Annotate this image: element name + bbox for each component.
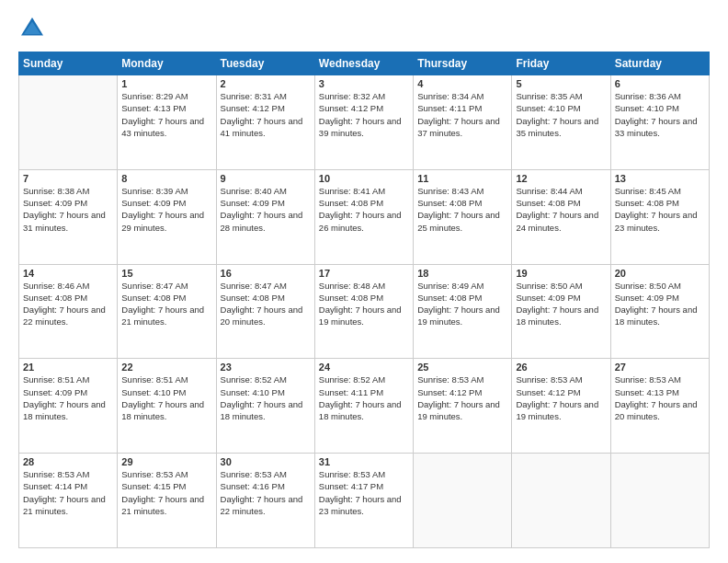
sunset-text: Sunset: 4:08 PM bbox=[221, 293, 285, 303]
day-number: 28 bbox=[23, 456, 113, 467]
day-cell bbox=[19, 75, 118, 170]
day-cell: 15Sunrise: 8:47 AMSunset: 4:08 PMDayligh… bbox=[118, 264, 216, 359]
day-cell: 7Sunrise: 8:38 AMSunset: 4:09 PMDaylight… bbox=[19, 169, 118, 264]
daylight-text: Daylight: 7 hours and 18 minutes. bbox=[121, 399, 204, 421]
day-number: 3 bbox=[319, 78, 409, 89]
daylight-text: Daylight: 7 hours and 33 minutes. bbox=[615, 116, 698, 138]
day-cell: 23Sunrise: 8:52 AMSunset: 4:10 PMDayligh… bbox=[216, 359, 314, 454]
day-info: Sunrise: 8:38 AMSunset: 4:09 PMDaylight:… bbox=[23, 185, 113, 234]
logo bbox=[18, 15, 48, 42]
day-cell: 22Sunrise: 8:51 AMSunset: 4:10 PMDayligh… bbox=[118, 359, 216, 454]
calendar-header-row: SundayMondayTuesdayWednesdayThursdayFrid… bbox=[19, 52, 710, 75]
sunrise-text: Sunrise: 8:53 AM bbox=[516, 374, 582, 385]
day-number: 14 bbox=[23, 268, 113, 279]
sunrise-text: Sunrise: 8:53 AM bbox=[319, 469, 385, 479]
sunset-text: Sunset: 4:17 PM bbox=[319, 481, 383, 491]
daylight-text: Daylight: 7 hours and 18 minutes. bbox=[23, 399, 106, 421]
day-cell: 18Sunrise: 8:49 AMSunset: 4:08 PMDayligh… bbox=[414, 264, 512, 359]
day-number: 18 bbox=[417, 268, 507, 279]
day-info: Sunrise: 8:46 AMSunset: 4:08 PMDaylight:… bbox=[23, 280, 113, 328]
sunset-text: Sunset: 4:11 PM bbox=[417, 103, 482, 113]
daylight-text: Daylight: 7 hours and 20 minutes. bbox=[615, 399, 698, 421]
day-cell: 28Sunrise: 8:53 AMSunset: 4:14 PMDayligh… bbox=[19, 454, 118, 548]
day-cell: 31Sunrise: 8:53 AMSunset: 4:17 PMDayligh… bbox=[314, 454, 413, 548]
day-info: Sunrise: 8:34 AMSunset: 4:11 PMDaylight:… bbox=[417, 90, 507, 139]
sunset-text: Sunset: 4:11 PM bbox=[319, 387, 383, 397]
day-number: 22 bbox=[121, 362, 211, 373]
sunrise-text: Sunrise: 8:43 AM bbox=[417, 186, 483, 196]
day-number: 23 bbox=[221, 362, 311, 373]
sunrise-text: Sunrise: 8:50 AM bbox=[615, 281, 681, 291]
sunset-text: Sunset: 4:09 PM bbox=[615, 293, 679, 303]
day-info: Sunrise: 8:53 AMSunset: 4:12 PMDaylight:… bbox=[417, 373, 507, 422]
sunset-text: Sunset: 4:08 PM bbox=[615, 198, 679, 208]
sunset-text: Sunset: 4:09 PM bbox=[221, 198, 285, 208]
sunset-text: Sunset: 4:12 PM bbox=[221, 103, 285, 113]
day-number: 4 bbox=[417, 78, 507, 89]
sunset-text: Sunset: 4:14 PM bbox=[23, 481, 87, 491]
col-header-monday: Monday bbox=[118, 52, 216, 75]
day-cell bbox=[512, 454, 610, 548]
col-header-thursday: Thursday bbox=[414, 52, 512, 75]
sunset-text: Sunset: 4:08 PM bbox=[319, 293, 383, 303]
day-info: Sunrise: 8:47 AMSunset: 4:08 PMDaylight:… bbox=[221, 280, 311, 328]
daylight-text: Daylight: 7 hours and 19 minutes. bbox=[417, 399, 500, 421]
sunrise-text: Sunrise: 8:51 AM bbox=[121, 374, 188, 385]
day-info: Sunrise: 8:36 AMSunset: 4:10 PMDaylight:… bbox=[615, 90, 705, 139]
day-info: Sunrise: 8:44 AMSunset: 4:08 PMDaylight:… bbox=[516, 185, 606, 234]
daylight-text: Daylight: 7 hours and 22 minutes. bbox=[221, 494, 303, 516]
sunset-text: Sunset: 4:12 PM bbox=[516, 387, 580, 397]
daylight-text: Daylight: 7 hours and 19 minutes. bbox=[516, 399, 598, 421]
day-cell: 8Sunrise: 8:39 AMSunset: 4:09 PMDaylight… bbox=[118, 169, 216, 264]
day-number: 13 bbox=[615, 173, 705, 184]
day-cell: 1Sunrise: 8:29 AMSunset: 4:13 PMDaylight… bbox=[118, 75, 216, 170]
sunrise-text: Sunrise: 8:53 AM bbox=[23, 469, 89, 479]
day-cell: 9Sunrise: 8:40 AMSunset: 4:09 PMDaylight… bbox=[216, 169, 314, 264]
sunset-text: Sunset: 4:15 PM bbox=[121, 481, 186, 491]
day-number: 21 bbox=[23, 362, 113, 373]
daylight-text: Daylight: 7 hours and 23 minutes. bbox=[319, 494, 402, 516]
day-number: 19 bbox=[516, 268, 606, 279]
sunrise-text: Sunrise: 8:53 AM bbox=[121, 469, 188, 479]
day-cell: 3Sunrise: 8:32 AMSunset: 4:12 PMDaylight… bbox=[314, 75, 413, 170]
sunrise-text: Sunrise: 8:53 AM bbox=[417, 374, 483, 385]
col-header-wednesday: Wednesday bbox=[314, 52, 413, 75]
week-row-2: 14Sunrise: 8:46 AMSunset: 4:08 PMDayligh… bbox=[19, 264, 710, 359]
week-row-3: 21Sunrise: 8:51 AMSunset: 4:09 PMDayligh… bbox=[19, 359, 710, 454]
day-info: Sunrise: 8:50 AMSunset: 4:09 PMDaylight:… bbox=[615, 280, 705, 328]
sunrise-text: Sunrise: 8:49 AM bbox=[417, 281, 483, 291]
day-info: Sunrise: 8:51 AMSunset: 4:09 PMDaylight:… bbox=[23, 373, 113, 422]
daylight-text: Daylight: 7 hours and 18 minutes. bbox=[516, 304, 598, 327]
sunrise-text: Sunrise: 8:39 AM bbox=[121, 186, 188, 196]
day-info: Sunrise: 8:31 AMSunset: 4:12 PMDaylight:… bbox=[221, 90, 311, 139]
day-cell: 4Sunrise: 8:34 AMSunset: 4:11 PMDaylight… bbox=[414, 75, 512, 170]
day-info: Sunrise: 8:43 AMSunset: 4:08 PMDaylight:… bbox=[417, 185, 507, 234]
sunrise-text: Sunrise: 8:47 AM bbox=[221, 281, 287, 291]
daylight-text: Daylight: 7 hours and 21 minutes. bbox=[121, 494, 204, 516]
logo-icon bbox=[18, 15, 46, 42]
sunset-text: Sunset: 4:12 PM bbox=[417, 387, 482, 397]
day-number: 5 bbox=[516, 78, 606, 89]
day-number: 7 bbox=[23, 173, 113, 184]
day-cell: 14Sunrise: 8:46 AMSunset: 4:08 PMDayligh… bbox=[19, 264, 118, 359]
sunset-text: Sunset: 4:08 PM bbox=[23, 293, 87, 303]
day-cell: 20Sunrise: 8:50 AMSunset: 4:09 PMDayligh… bbox=[610, 264, 709, 359]
day-number: 16 bbox=[221, 268, 311, 279]
day-cell: 30Sunrise: 8:53 AMSunset: 4:16 PMDayligh… bbox=[216, 454, 314, 548]
daylight-text: Daylight: 7 hours and 26 minutes. bbox=[319, 210, 402, 232]
daylight-text: Daylight: 7 hours and 43 minutes. bbox=[121, 116, 204, 138]
day-info: Sunrise: 8:52 AMSunset: 4:10 PMDaylight:… bbox=[221, 373, 311, 422]
sunrise-text: Sunrise: 8:35 AM bbox=[516, 91, 582, 101]
day-number: 11 bbox=[417, 173, 507, 184]
day-cell: 16Sunrise: 8:47 AMSunset: 4:08 PMDayligh… bbox=[216, 264, 314, 359]
calendar-table: SundayMondayTuesdayWednesdayThursdayFrid… bbox=[18, 52, 710, 548]
day-number: 9 bbox=[221, 173, 311, 184]
day-cell: 25Sunrise: 8:53 AMSunset: 4:12 PMDayligh… bbox=[414, 359, 512, 454]
week-row-4: 28Sunrise: 8:53 AMSunset: 4:14 PMDayligh… bbox=[19, 454, 710, 548]
sunset-text: Sunset: 4:08 PM bbox=[417, 198, 482, 208]
day-cell: 24Sunrise: 8:52 AMSunset: 4:11 PMDayligh… bbox=[314, 359, 413, 454]
day-info: Sunrise: 8:48 AMSunset: 4:08 PMDaylight:… bbox=[319, 280, 409, 328]
day-number: 15 bbox=[121, 268, 211, 279]
day-info: Sunrise: 8:41 AMSunset: 4:08 PMDaylight:… bbox=[319, 185, 409, 234]
day-info: Sunrise: 8:35 AMSunset: 4:10 PMDaylight:… bbox=[516, 90, 606, 139]
